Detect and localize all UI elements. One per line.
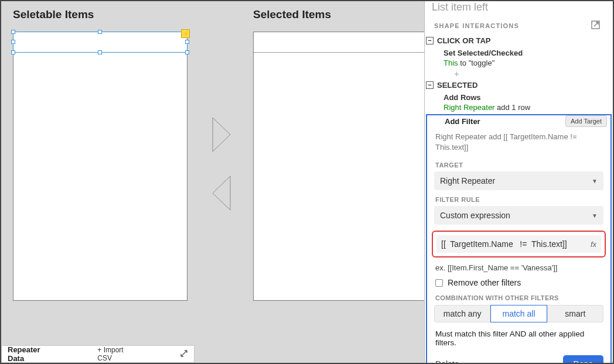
fx-icon[interactable]: fx — [591, 240, 596, 249]
add-target-button[interactable]: Add Target — [565, 115, 607, 127]
interactions-panel: List item left SHAPE INTERACTIONS − CLIC… — [424, 1, 613, 363]
selected-header-row — [254, 32, 424, 53]
target-this: This — [444, 59, 458, 67]
event-selected[interactable]: SELECTED — [437, 81, 477, 90]
canvas-area[interactable]: Seletable Items Selected Items ⚡ Repeate… — [1, 1, 424, 363]
target-right-repeater: Right Repeater — [444, 103, 494, 112]
target-dropdown-value: Right Repeater — [440, 176, 495, 186]
chevron-down-icon: ▼ — [592, 212, 598, 219]
add-rows-rest: add 1 row — [494, 103, 530, 112]
repeater-data-bar: Repeater Data + Import CSV — [1, 345, 195, 363]
expression-text: [[ TargetItem.Name != This.text]] — [441, 239, 591, 249]
svg-marker-1 — [213, 176, 230, 210]
collapse-toggle-icon[interactable]: − — [426, 81, 434, 89]
resize-handle[interactable] — [11, 50, 15, 54]
interaction-bolt-icon[interactable]: ⚡ — [181, 29, 190, 38]
collapse-panel-icon[interactable] — [180, 349, 188, 359]
expression-example: ex. [[Item.First_Name == 'Vanessa']] — [427, 260, 610, 278]
remove-other-filters-checkbox[interactable] — [435, 279, 443, 287]
add-action-icon[interactable]: + — [426, 68, 606, 78]
chevron-down-icon: ▼ — [592, 178, 598, 184]
selected-items-box[interactable] — [253, 32, 424, 301]
selectable-items-box[interactable] — [13, 32, 187, 301]
segment-smart[interactable]: smart — [547, 305, 603, 322]
repeater-data-title: Repeater Data — [8, 345, 50, 363]
action-arg-text: to "toggle" — [458, 59, 495, 67]
segment-match-all[interactable]: match all — [490, 305, 547, 322]
action-add-filter[interactable]: Add Filter — [445, 117, 480, 126]
left-column-title: Seletable Items — [13, 8, 94, 21]
selected-widget-name: List item left — [426, 1, 606, 17]
svg-marker-0 — [213, 118, 230, 152]
done-button[interactable]: Done — [563, 355, 603, 363]
resize-handle[interactable] — [11, 40, 15, 44]
collapse-toggle-icon[interactable]: − — [426, 37, 434, 44]
combination-label: COMBINATION WITH OTHER FILTERS — [427, 293, 610, 305]
filter-rule-label: FILTER RULE — [427, 190, 610, 206]
move-right-arrow-icon[interactable] — [210, 115, 234, 154]
resize-handle[interactable] — [98, 30, 102, 34]
resize-handle[interactable] — [98, 50, 102, 54]
selection-rectangle[interactable]: ⚡ — [13, 32, 187, 53]
remove-other-filters-label: Remove other filters — [448, 278, 521, 287]
action-add-rows[interactable]: Add Rows — [444, 93, 481, 102]
action-set-selected[interactable]: Set Selected/Checked — [444, 49, 523, 57]
delete-link[interactable]: Delete — [435, 359, 459, 363]
filter-rule-dropdown[interactable]: Custom expression ▼ — [434, 206, 603, 225]
segment-match-any[interactable]: match any — [434, 305, 490, 322]
resize-handle[interactable] — [185, 50, 189, 54]
combination-segmented-control: match any match all smart — [434, 305, 603, 322]
target-label: TARGET — [427, 156, 610, 171]
filter-editor: Add Filter Add Target Right Repeater add… — [426, 114, 612, 363]
filter-summary-text: Right Repeater add [[ TargetItem.Name !=… — [427, 129, 610, 156]
target-dropdown[interactable]: Right Repeater ▼ — [434, 171, 603, 190]
resize-handle[interactable] — [185, 40, 189, 44]
right-column-title: Selected Items — [253, 8, 331, 21]
expression-highlight: [[ TargetItem.Name != This.text]] fx — [432, 231, 606, 257]
move-left-arrow-icon[interactable] — [210, 174, 234, 212]
resize-handle[interactable] — [11, 30, 15, 34]
event-click-or-tap[interactable]: CLICK OR TAP — [437, 36, 490, 45]
shape-interactions-heading: SHAPE INTERACTIONS — [434, 22, 519, 29]
open-external-icon[interactable] — [591, 20, 600, 30]
import-csv-button[interactable]: + Import CSV — [97, 346, 133, 362]
combination-description: Must match this filter AND all other app… — [427, 322, 610, 352]
filter-rule-value: Custom expression — [440, 211, 510, 220]
expression-input[interactable]: [[ TargetItem.Name != This.text]] fx — [436, 235, 601, 253]
